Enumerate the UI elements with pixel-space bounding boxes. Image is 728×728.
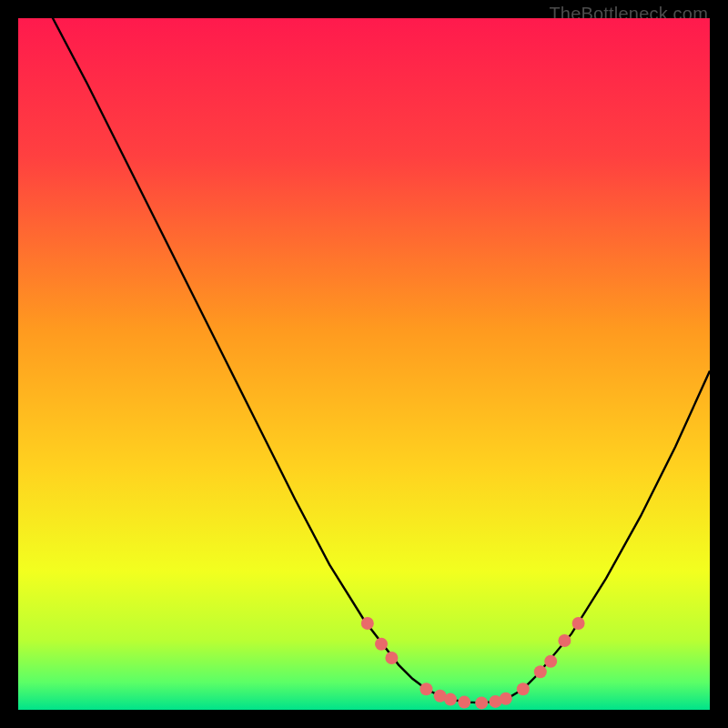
data-marker bbox=[572, 617, 585, 630]
gradient-background bbox=[18, 18, 710, 710]
data-marker bbox=[475, 696, 488, 709]
chart-frame bbox=[18, 18, 710, 710]
data-marker bbox=[534, 665, 547, 678]
data-marker bbox=[544, 655, 557, 668]
data-marker bbox=[375, 638, 388, 651]
data-marker bbox=[500, 693, 512, 705]
data-marker bbox=[361, 617, 374, 630]
data-marker bbox=[444, 693, 457, 706]
data-marker bbox=[517, 682, 530, 695]
data-marker bbox=[420, 682, 432, 695]
data-marker bbox=[558, 634, 571, 647]
bottleneck-chart bbox=[18, 18, 710, 710]
data-marker bbox=[385, 652, 398, 664]
data-marker bbox=[458, 696, 470, 709]
